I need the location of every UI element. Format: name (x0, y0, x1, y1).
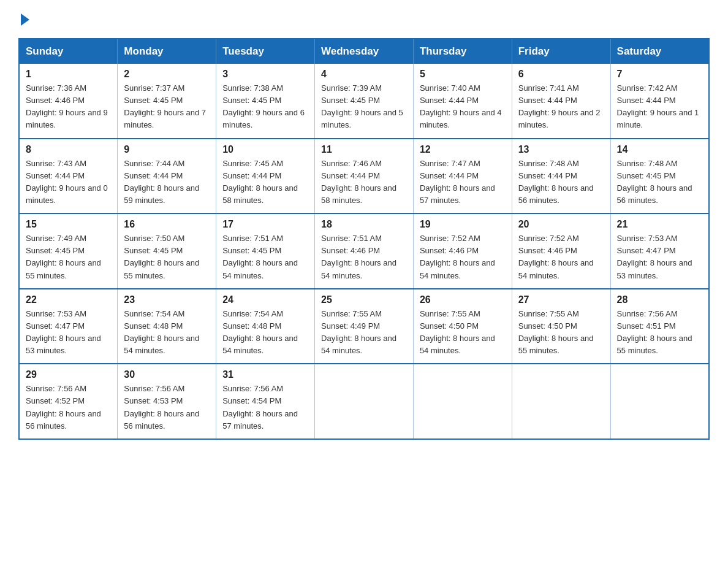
calendar-cell: 17 Sunrise: 7:51 AMSunset: 4:45 PMDaylig… (216, 213, 315, 289)
day-number: 17 (222, 219, 308, 230)
day-number: 11 (321, 144, 407, 155)
day-number: 25 (321, 294, 407, 305)
calendar-cell: 12 Sunrise: 7:47 AMSunset: 4:44 PMDaylig… (413, 139, 512, 214)
calendar-cell: 26 Sunrise: 7:55 AMSunset: 4:50 PMDaylig… (413, 289, 512, 364)
calendar-cell: 23 Sunrise: 7:54 AMSunset: 4:48 PMDaylig… (118, 289, 216, 364)
calendar-cell: 20 Sunrise: 7:52 AMSunset: 4:46 PMDaylig… (512, 213, 610, 289)
day-info: Sunrise: 7:53 AMSunset: 4:47 PMDaylight:… (617, 234, 692, 280)
weekday-header-wednesday: Wednesday (315, 39, 414, 64)
day-number: 4 (321, 69, 407, 80)
day-info: Sunrise: 7:37 AMSunset: 4:45 PMDaylight:… (124, 83, 206, 129)
calendar-cell: 3 Sunrise: 7:38 AMSunset: 4:45 PMDayligh… (216, 64, 315, 139)
calendar-cell (413, 364, 512, 439)
day-number: 23 (124, 294, 210, 305)
calendar-cell: 1 Sunrise: 7:36 AMSunset: 4:46 PMDayligh… (19, 64, 118, 139)
calendar-cell (315, 364, 414, 439)
day-number: 12 (420, 144, 506, 155)
logo (18, 12, 29, 26)
calendar-cell: 8 Sunrise: 7:43 AMSunset: 4:44 PMDayligh… (19, 139, 118, 214)
day-info: Sunrise: 7:45 AMSunset: 4:44 PMDaylight:… (222, 159, 298, 205)
calendar-cell: 9 Sunrise: 7:44 AMSunset: 4:44 PMDayligh… (118, 139, 216, 214)
calendar-table: SundayMondayTuesdayWednesdayThursdayFrid… (18, 38, 710, 440)
day-info: Sunrise: 7:52 AMSunset: 4:46 PMDaylight:… (420, 234, 495, 280)
calendar-cell: 29 Sunrise: 7:56 AMSunset: 4:52 PMDaylig… (19, 364, 118, 439)
calendar-cell: 25 Sunrise: 7:55 AMSunset: 4:49 PMDaylig… (315, 289, 414, 364)
day-number: 7 (617, 69, 702, 80)
day-info: Sunrise: 7:51 AMSunset: 4:46 PMDaylight:… (321, 234, 396, 280)
day-info: Sunrise: 7:54 AMSunset: 4:48 PMDaylight:… (124, 309, 199, 355)
calendar-cell: 4 Sunrise: 7:39 AMSunset: 4:45 PMDayligh… (315, 64, 414, 139)
day-number: 22 (26, 294, 111, 305)
calendar-week-row: 1 Sunrise: 7:36 AMSunset: 4:46 PMDayligh… (19, 64, 709, 139)
day-number: 5 (420, 69, 506, 80)
calendar-week-row: 15 Sunrise: 7:49 AMSunset: 4:45 PMDaylig… (19, 213, 709, 289)
calendar-cell: 13 Sunrise: 7:48 AMSunset: 4:44 PMDaylig… (512, 139, 610, 214)
day-info: Sunrise: 7:56 AMSunset: 4:53 PMDaylight:… (124, 384, 199, 430)
day-info: Sunrise: 7:53 AMSunset: 4:47 PMDaylight:… (26, 309, 101, 355)
weekday-header-thursday: Thursday (413, 39, 512, 64)
day-number: 24 (222, 294, 308, 305)
calendar-week-row: 8 Sunrise: 7:43 AMSunset: 4:44 PMDayligh… (19, 139, 709, 214)
calendar-cell: 16 Sunrise: 7:50 AMSunset: 4:45 PMDaylig… (118, 213, 216, 289)
calendar-cell: 22 Sunrise: 7:53 AMSunset: 4:47 PMDaylig… (19, 289, 118, 364)
day-info: Sunrise: 7:56 AMSunset: 4:52 PMDaylight:… (26, 384, 101, 430)
day-info: Sunrise: 7:39 AMSunset: 4:45 PMDaylight:… (321, 83, 403, 129)
calendar-cell: 6 Sunrise: 7:41 AMSunset: 4:44 PMDayligh… (512, 64, 610, 139)
day-number: 3 (222, 69, 308, 80)
day-number: 15 (26, 219, 111, 230)
weekday-header-friday: Friday (512, 39, 610, 64)
day-info: Sunrise: 7:51 AMSunset: 4:45 PMDaylight:… (222, 234, 298, 280)
day-info: Sunrise: 7:50 AMSunset: 4:45 PMDaylight:… (124, 234, 199, 280)
day-number: 30 (124, 369, 210, 380)
calendar-cell: 28 Sunrise: 7:56 AMSunset: 4:51 PMDaylig… (610, 289, 709, 364)
day-number: 2 (124, 69, 210, 80)
calendar-cell: 24 Sunrise: 7:54 AMSunset: 4:48 PMDaylig… (216, 289, 315, 364)
calendar-cell: 2 Sunrise: 7:37 AMSunset: 4:45 PMDayligh… (118, 64, 216, 139)
day-number: 13 (518, 144, 604, 155)
page-header (18, 12, 710, 26)
day-info: Sunrise: 7:48 AMSunset: 4:45 PMDaylight:… (617, 159, 692, 205)
day-number: 29 (26, 369, 111, 380)
weekday-header-sunday: Sunday (19, 39, 118, 64)
calendar-cell: 7 Sunrise: 7:42 AMSunset: 4:44 PMDayligh… (610, 64, 709, 139)
day-number: 9 (124, 144, 210, 155)
day-number: 28 (617, 294, 702, 305)
day-number: 26 (420, 294, 506, 305)
day-info: Sunrise: 7:54 AMSunset: 4:48 PMDaylight:… (222, 309, 298, 355)
day-info: Sunrise: 7:41 AMSunset: 4:44 PMDaylight:… (518, 83, 601, 129)
day-info: Sunrise: 7:52 AMSunset: 4:46 PMDaylight:… (518, 234, 594, 280)
day-number: 6 (518, 69, 604, 80)
calendar-cell (512, 364, 610, 439)
day-info: Sunrise: 7:55 AMSunset: 4:50 PMDaylight:… (420, 309, 495, 355)
day-number: 10 (222, 144, 308, 155)
day-info: Sunrise: 7:56 AMSunset: 4:54 PMDaylight:… (222, 384, 298, 430)
calendar-cell: 30 Sunrise: 7:56 AMSunset: 4:53 PMDaylig… (118, 364, 216, 439)
day-info: Sunrise: 7:38 AMSunset: 4:45 PMDaylight:… (222, 83, 305, 129)
day-number: 14 (617, 144, 702, 155)
day-number: 18 (321, 219, 407, 230)
logo-arrow-icon (21, 13, 29, 26)
day-number: 8 (26, 144, 111, 155)
calendar-cell: 21 Sunrise: 7:53 AMSunset: 4:47 PMDaylig… (610, 213, 709, 289)
calendar-cell: 5 Sunrise: 7:40 AMSunset: 4:44 PMDayligh… (413, 64, 512, 139)
calendar-week-row: 22 Sunrise: 7:53 AMSunset: 4:47 PMDaylig… (19, 289, 709, 364)
day-info: Sunrise: 7:56 AMSunset: 4:51 PMDaylight:… (617, 309, 692, 355)
day-number: 20 (518, 219, 604, 230)
weekday-header-monday: Monday (118, 39, 216, 64)
day-number: 16 (124, 219, 210, 230)
day-info: Sunrise: 7:49 AMSunset: 4:45 PMDaylight:… (26, 234, 101, 280)
day-number: 21 (617, 219, 702, 230)
calendar-cell: 27 Sunrise: 7:55 AMSunset: 4:50 PMDaylig… (512, 289, 610, 364)
day-number: 1 (26, 69, 111, 80)
day-number: 19 (420, 219, 506, 230)
day-info: Sunrise: 7:46 AMSunset: 4:44 PMDaylight:… (321, 159, 396, 205)
calendar-cell: 11 Sunrise: 7:46 AMSunset: 4:44 PMDaylig… (315, 139, 414, 214)
day-info: Sunrise: 7:44 AMSunset: 4:44 PMDaylight:… (124, 159, 199, 205)
day-info: Sunrise: 7:42 AMSunset: 4:44 PMDaylight:… (617, 83, 699, 129)
weekday-header-saturday: Saturday (610, 39, 709, 64)
day-info: Sunrise: 7:47 AMSunset: 4:44 PMDaylight:… (420, 159, 495, 205)
day-number: 27 (518, 294, 604, 305)
weekday-header-tuesday: Tuesday (216, 39, 315, 64)
calendar-cell (610, 364, 709, 439)
day-info: Sunrise: 7:40 AMSunset: 4:44 PMDaylight:… (420, 83, 502, 129)
